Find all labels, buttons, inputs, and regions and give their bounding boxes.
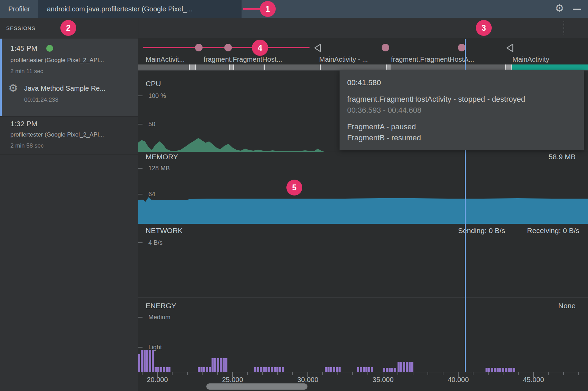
axis-minor-tick [563, 372, 564, 375]
axis-minor-tick [217, 372, 218, 375]
cpu-usage-area-chart[interactable] [138, 131, 324, 152]
axis-tick-label: 20.000 [142, 376, 173, 383]
cpu-tick-50: 50 [148, 121, 155, 127]
artifact-label[interactable]: Java Method Sample Re... [24, 85, 106, 92]
energy-bar [510, 368, 512, 372]
energy-bar [168, 367, 170, 372]
tooltip-time: 00:41.580 [347, 79, 381, 87]
axis-minor-tick [398, 372, 398, 375]
axis-minor-tick [473, 372, 473, 375]
activity-lifecycle-segment[interactable] [234, 64, 264, 70]
energy-lane-title[interactable]: ENERGY [146, 302, 176, 309]
horizontal-scrollbar-thumb[interactable] [206, 383, 307, 390]
activity-label[interactable]: MainActivit... [146, 56, 185, 63]
session-duration: 2 min 58 sec [10, 143, 43, 149]
energy-bar [268, 367, 270, 372]
energy-bar [271, 367, 273, 372]
activity-lifecycle-segment[interactable] [190, 64, 195, 70]
axis-minor-tick [428, 372, 428, 375]
network-lane-title[interactable]: NETWORK [146, 227, 183, 234]
minimize-icon[interactable] [573, 9, 581, 10]
axis-minor-tick [443, 372, 443, 375]
energy-bar [203, 367, 205, 372]
session-device: profilertester (Google Pixel_2_API... [10, 57, 104, 63]
session-tab-title: android.com.java.profilertester (Google … [47, 6, 193, 12]
recording-live-dot [46, 45, 53, 52]
activity-lifecycle-segment[interactable] [506, 64, 511, 70]
axis-tick-label: 35.000 [368, 376, 399, 383]
activity-lifecycle-segment[interactable] [265, 64, 320, 70]
energy-bar [279, 367, 281, 372]
callout-badge-2: 2 [60, 20, 76, 36]
session-tab[interactable]: android.com.java.profilertester (Google … [38, 0, 242, 18]
energy-bar [220, 358, 222, 372]
activity-lifecycle-segment[interactable] [391, 64, 465, 70]
axis-minor-tick [187, 372, 188, 375]
session-duration: 2 min 11 sec [10, 68, 43, 74]
energy-tick-light: Light [148, 344, 162, 350]
energy-bar [497, 368, 499, 372]
activity-lifecycle-segment[interactable] [387, 64, 391, 70]
axis-dash [138, 124, 143, 124]
gear-icon[interactable]: ⚙ [555, 3, 564, 13]
axis-minor-tick [488, 372, 489, 375]
axis-minor-tick [322, 372, 323, 375]
axis-dash [138, 96, 143, 96]
memory-current-value: 58.9 MB [549, 153, 576, 160]
memory-usage-area-chart[interactable] [138, 197, 588, 224]
activity-lifecycle-segment[interactable] [196, 64, 229, 70]
session-item-selected[interactable]: 1:45 PM profilertester (Google Pixel_2_A… [0, 39, 138, 116]
back-button-event-icon[interactable] [505, 43, 514, 53]
axis-minor-tick [142, 372, 143, 375]
activity-lifecycle-segment[interactable] [466, 64, 505, 70]
touch-event-dot[interactable] [382, 44, 389, 51]
toolbar: SESSIONS [0, 18, 588, 38]
activity-label[interactable]: MainActivity [512, 56, 549, 63]
activity-lifecycle-segment[interactable] [138, 64, 189, 70]
cpu-lane-title[interactable]: CPU [146, 80, 161, 87]
activity-lifecycle-segment[interactable] [230, 64, 233, 70]
energy-bar [336, 367, 338, 372]
activity-lifecycle-segment[interactable] [321, 64, 386, 70]
energy-bar [217, 358, 219, 372]
energy-bar [357, 367, 359, 372]
energy-bar [155, 367, 157, 372]
title-bar: Profiler android.com.java.profilertester… [0, 0, 588, 18]
axis-minor-tick [352, 372, 353, 375]
energy-bar [260, 367, 262, 372]
energy-tick-medium: Medium [148, 314, 170, 320]
axis-minor-tick [503, 372, 503, 375]
activity-label[interactable]: fragment.FragmentHost... [204, 56, 282, 63]
memory-lane-title[interactable]: MEMORY [146, 153, 178, 160]
energy-bar [494, 368, 496, 372]
activity-lifecycle-segment[interactable] [512, 64, 588, 70]
time-axis-line [138, 372, 588, 372]
artifact-duration: 00:01:24.238 [24, 97, 58, 103]
session-item-previous[interactable]: 1:32 PM profilertester (Google Pixel_2_A… [0, 117, 138, 154]
axis-tick-label: 40.000 [443, 376, 474, 383]
activity-label[interactable]: fragment.FragmentHostA... [391, 56, 474, 63]
energy-bar [508, 368, 510, 372]
energy-bar [360, 367, 362, 372]
touch-event-dot[interactable] [224, 44, 232, 51]
network-tick-4bs: 4 B/s [148, 240, 163, 246]
energy-bar [383, 368, 385, 372]
touch-event-dot[interactable] [195, 44, 203, 51]
axis-minor-tick [413, 372, 413, 375]
axis-tick-label: 30.000 [292, 376, 323, 383]
energy-bar [198, 367, 200, 372]
energy-bar [403, 362, 405, 372]
network-receiving-value: Receiving: 0 B/s [527, 227, 579, 234]
energy-bar [157, 367, 159, 372]
energy-bar [339, 367, 341, 372]
axis-dash [138, 242, 143, 243]
lane-divider [138, 297, 588, 298]
energy-bar [327, 367, 330, 372]
touch-event-dot[interactable] [458, 44, 466, 51]
activity-label[interactable]: MainActivity - ... [319, 56, 368, 63]
tooltip-fragment-a: FragmentA - paused [347, 123, 416, 131]
back-button-event-icon[interactable] [313, 43, 322, 53]
energy-bar [400, 362, 402, 372]
energy-bar [209, 367, 211, 372]
energy-bar [263, 367, 265, 372]
